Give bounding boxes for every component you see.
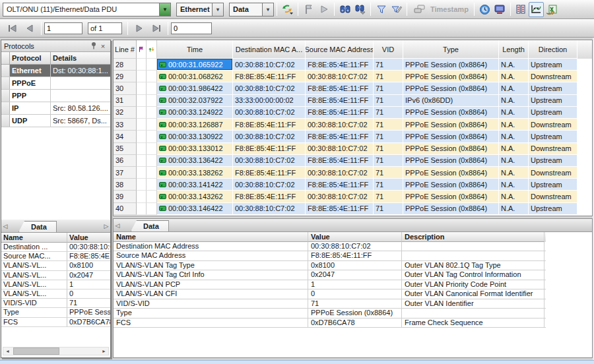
time-cell[interactable]: 00:00:31.068262 (157, 71, 233, 82)
type-column-header[interactable]: Type (403, 40, 499, 59)
protocol-row[interactable]: IPSrc: 80.58.126.... (1, 102, 110, 115)
protocol-column-header[interactable]: Protocol (10, 52, 51, 65)
time-cell[interactable]: 00:00:33.126887 (157, 119, 233, 131)
flag-column-header[interactable] (137, 40, 147, 59)
scroll-left-icon[interactable]: ◄ (3, 349, 12, 353)
time-cell[interactable]: 00:00:33.130922 (157, 131, 233, 142)
packet-row[interactable]: 3200:00:33.12492200:30:88:10:C7:02F8:8E:… (114, 107, 592, 119)
scroll-right-icon[interactable]: ► (100, 349, 108, 353)
protocol-row[interactable]: EthernetDst: 00:30:88:1... (1, 65, 110, 77)
packet-row[interactable]: 3300:00:33.126887F8:8E:85:4E:11:FF00:30:… (114, 119, 592, 131)
timestamp-button[interactable] (410, 2, 430, 17)
protocol-row[interactable]: PPP (1, 90, 110, 102)
detail-row[interactable]: VLAN/S-VLAN Tag Ctrl Info0x2047Outer VLA… (114, 270, 546, 280)
name-column-header[interactable]: Name (1, 233, 67, 243)
length-column-header[interactable]: Length (499, 40, 529, 59)
direction-column-header[interactable] (147, 40, 157, 59)
detail-row[interactable]: FCS0xD7B6CA78 (1, 318, 110, 327)
line-column-header[interactable]: Line # (114, 40, 137, 59)
detail-row[interactable]: VID/S-VID71Outer VLAN Identifier (114, 299, 546, 309)
packet-row[interactable]: 4000:00:33.14642200:30:88:10:C7:02F8:8E:… (114, 203, 592, 215)
time-cell[interactable]: 00:00:31.065922 (157, 59, 233, 71)
detail-row[interactable]: VLAN/S-VLAN CFI0Outer VLAN Canonical For… (114, 289, 546, 299)
packet-row[interactable]: 3500:00:33.133012F8:8E:85:4E:11:FF00:30:… (114, 143, 592, 155)
name-column-header[interactable]: Name (114, 232, 308, 242)
packet-row[interactable]: 2900:00:31.068262F8:8E:85:4E:11:FF00:30:… (114, 71, 592, 82)
packet-row[interactable]: 3800:00:33.14142200:30:88:10:C7:02F8:8E:… (114, 179, 592, 191)
tab-scroll-left-icon[interactable]: ◁ (1, 223, 9, 229)
detail-row[interactable]: Destination ...00:30:88:10:C7:02 (1, 243, 110, 252)
view-combo[interactable]: Data ▾ (229, 3, 274, 16)
direction-text-column-header[interactable]: Direction (529, 40, 578, 59)
filter-button[interactable] (374, 2, 389, 17)
find-next-button[interactable] (352, 2, 368, 17)
columns-button[interactable] (513, 2, 529, 17)
packet-row[interactable]: 3600:00:33.13642200:30:88:10:C7:02F8:8E:… (114, 155, 592, 167)
time-cell[interactable]: 00:00:33.124922 (157, 107, 233, 119)
tab-scroll-left-icon[interactable]: ◁ (114, 222, 121, 229)
time-cell[interactable]: 00:00:33.141422 (157, 179, 233, 191)
time-cell[interactable]: 00:00:33.136422 (157, 155, 233, 167)
packet-row[interactable]: 3400:00:33.13092200:30:88:10:C7:02F8:8E:… (114, 131, 592, 142)
value-column-header[interactable]: Value (67, 233, 110, 243)
detail-row[interactable]: Destination MAC Address00:30:88:10:C7:02 (114, 242, 546, 251)
filter-edit-button[interactable] (389, 2, 404, 17)
description-column-header[interactable]: Description (402, 232, 544, 242)
detail-row[interactable]: Source MAC...F8:8E:85:4E:11:FF (1, 252, 110, 261)
src-mac-column-header[interactable]: Source MAC Address (306, 40, 374, 59)
prev-page-button[interactable] (21, 21, 38, 36)
packet-row[interactable]: 3700:00:33.138262F8:8E:85:4E:11:FF00:30:… (114, 167, 592, 179)
pdu-selector-combo[interactable]: OLT/ONU (11)/Ethernet/Data PDU ▼ (3, 3, 171, 16)
value-column-header[interactable]: Value (308, 232, 402, 242)
close-icon[interactable]: × (98, 42, 108, 50)
packet-row[interactable]: 3000:00:31.98642200:30:88:10:C7:02F8:8E:… (114, 82, 592, 94)
last-page-button[interactable] (148, 21, 165, 36)
protocol-row[interactable]: PPPoE (1, 77, 110, 90)
goto-line-input[interactable] (171, 22, 212, 34)
detail-row[interactable]: VLAN/S-VLAN PCP1Outer VLAN Priority Code… (114, 280, 546, 289)
time-cell[interactable]: 00:00:31.986422 (157, 82, 233, 94)
chevron-down-icon[interactable]: ▾ (262, 3, 273, 16)
sync-button[interactable] (280, 2, 295, 17)
protocol-row[interactable]: UDPSrc: 58667, Ds... (1, 115, 110, 127)
tab-data-left[interactable]: Data (18, 221, 57, 232)
time-cell[interactable]: 00:00:33.133012 (157, 143, 233, 155)
flag-button[interactable] (301, 2, 316, 17)
page-input[interactable] (44, 22, 82, 34)
details-column-header[interactable]: Details (51, 52, 110, 65)
detail-row[interactable]: Source MAC AddressF8:8E:85:4E:11:FF (114, 251, 546, 260)
find-button[interactable] (337, 2, 352, 17)
detail-row[interactable]: VLAN/S-VLAN Tag Type0x8100Outer VLAN 802… (114, 261, 546, 270)
chart-button[interactable] (529, 2, 544, 17)
tab-data-main[interactable]: Data (131, 220, 169, 231)
play-button[interactable] (316, 2, 331, 17)
detail-row[interactable]: FCS0xD7B6CA78Frame Check Sequence (114, 318, 546, 328)
clock-button[interactable] (477, 2, 492, 17)
time-cell[interactable]: 00:00:33.146422 (157, 203, 233, 215)
detail-row[interactable]: TypePPPoE Session (0x8864) (1, 308, 110, 317)
horizontal-scrollbar[interactable]: ◄ ► (3, 347, 109, 355)
dst-mac-column-header[interactable]: Destination MAC A... (233, 40, 306, 59)
detail-row[interactable]: VLAN/S-VL...0x8100 (1, 261, 110, 270)
packet-row[interactable]: 2800:00:31.06592200:30:88:10:C7:02F8:8E:… (114, 59, 592, 71)
first-page-button[interactable] (4, 21, 21, 36)
protocol-combo[interactable]: Ethernet ▾ (176, 3, 224, 16)
time-cell[interactable]: 00:00:33.138262 (157, 167, 233, 179)
time-column-header[interactable]: Time (157, 40, 233, 59)
chevron-down-icon[interactable]: ▼ (159, 3, 170, 16)
detail-row[interactable]: VID/S-VID71 (1, 299, 110, 308)
monitor-button[interactable] (492, 2, 508, 17)
pin-icon[interactable] (89, 42, 98, 51)
packet-row[interactable]: 3900:00:33.143262F8:8E:85:4E:11:FF00:30:… (114, 191, 592, 202)
tab-scroll-right-icon[interactable]: ▷ (102, 223, 110, 229)
next-page-button[interactable] (131, 21, 148, 36)
detail-row[interactable]: TypePPPoE Session (0x8864) (114, 309, 546, 318)
time-cell[interactable]: 00:00:33.143262 (157, 191, 233, 202)
time-cell[interactable]: 00:00:32.037922 (157, 95, 233, 107)
detail-row[interactable]: VLAN/S-VL...0x2047 (1, 271, 110, 280)
detail-row[interactable]: VLAN/S-VL...0 (1, 289, 110, 299)
export-excel-button[interactable] (544, 2, 559, 17)
detail-row[interactable]: VLAN/S-VL...1 (1, 280, 110, 289)
vid-column-header[interactable]: VID (374, 40, 403, 59)
chevron-down-icon[interactable]: ▾ (212, 3, 223, 16)
